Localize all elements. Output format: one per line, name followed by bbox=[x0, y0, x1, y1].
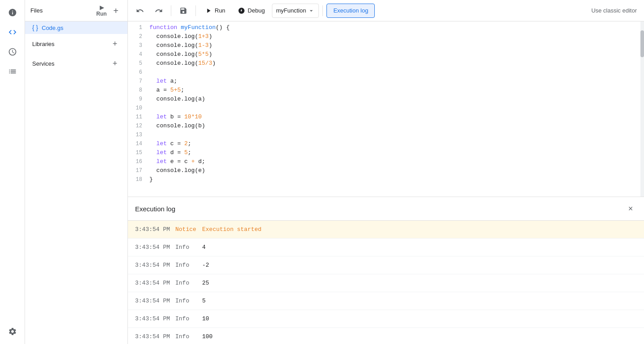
exec-log-row: 3:43:54 PMInfo5 bbox=[128, 292, 644, 310]
toolbar: Run Debug myFunction Execution log Use c… bbox=[128, 0, 644, 21]
line-number: 4 bbox=[128, 50, 149, 59]
exec-log-header: Execution log × bbox=[128, 197, 644, 221]
libraries-section[interactable]: Libraries + bbox=[25, 34, 127, 54]
function-selector[interactable]: myFunction bbox=[272, 4, 319, 18]
line-content: console.log(15/3) bbox=[149, 59, 644, 68]
code-editor[interactable]: 1function myFunction() {2 console.log(1+… bbox=[128, 21, 644, 197]
line-number: 15 bbox=[128, 148, 149, 157]
code-line: 16 let e = c + d; bbox=[128, 157, 644, 166]
line-number: 14 bbox=[128, 139, 149, 148]
exec-log-timestamp: 3:43:54 PM bbox=[135, 298, 175, 304]
exec-log-message: Execution started bbox=[202, 226, 637, 233]
exec-log-level: Info bbox=[175, 262, 202, 268]
line-content: console.log(1-3) bbox=[149, 41, 644, 50]
toolbar-divider-3 bbox=[322, 5, 323, 16]
line-content: let c = 2; bbox=[149, 139, 644, 148]
code-line: 12 console.log(b) bbox=[128, 122, 644, 130]
classic-editor-link[interactable]: Use classic editor bbox=[588, 7, 640, 14]
code-line: 4 console.log(5*5) bbox=[128, 50, 644, 59]
line-content: function myFunction() { bbox=[149, 23, 644, 32]
line-number: 7 bbox=[128, 77, 149, 86]
exec-log-close-btn[interactable]: × bbox=[624, 202, 637, 215]
settings-icon bbox=[8, 327, 17, 336]
execution-log-label: Execution log bbox=[333, 7, 368, 14]
exec-log-timestamp: 3:43:54 PM bbox=[135, 280, 175, 286]
line-number: 13 bbox=[128, 130, 149, 139]
clock-icon-btn[interactable] bbox=[4, 43, 21, 61]
line-content: let a; bbox=[149, 77, 644, 86]
exec-log-timestamp: 3:43:54 PM bbox=[135, 315, 175, 322]
code-line: 5 console.log(15/3) bbox=[128, 59, 644, 68]
settings-icon-btn[interactable] bbox=[4, 323, 21, 340]
save-icon bbox=[179, 7, 187, 15]
execution-log-btn[interactable]: Execution log bbox=[326, 4, 375, 18]
add-service-btn[interactable]: + bbox=[110, 58, 120, 69]
line-content: } bbox=[149, 175, 644, 184]
services-label: Services bbox=[32, 60, 55, 67]
file-icon: { } bbox=[32, 24, 38, 31]
add-library-icon: + bbox=[113, 39, 118, 49]
sort-icon: ▶ Run bbox=[95, 4, 108, 17]
line-number: 12 bbox=[128, 122, 149, 130]
files-label: Files bbox=[30, 7, 42, 14]
main-area: Run Debug myFunction Execution log Use c… bbox=[128, 0, 644, 344]
toolbar-divider-2 bbox=[195, 5, 196, 16]
code-line: 11 let b = 10*10 bbox=[128, 113, 644, 122]
exec-log-title: Execution log bbox=[135, 205, 175, 213]
exec-log-timestamp: 3:43:54 PM bbox=[135, 262, 175, 268]
add-file-btn[interactable]: + bbox=[110, 4, 122, 17]
exec-log-message: 10 bbox=[202, 315, 637, 322]
debug-btn[interactable]: Debug bbox=[233, 4, 270, 18]
active-file-item[interactable]: { } Code.gs bbox=[25, 21, 127, 34]
undo-icon bbox=[136, 7, 144, 15]
undo-btn[interactable] bbox=[131, 4, 148, 18]
line-number: 17 bbox=[128, 166, 149, 175]
add-file-icon: + bbox=[113, 6, 119, 15]
line-content: console.log(b) bbox=[149, 122, 644, 130]
info-icon bbox=[8, 8, 17, 17]
line-number: 18 bbox=[128, 175, 149, 184]
function-name: myFunction bbox=[276, 7, 306, 14]
exec-log-level: Notice bbox=[175, 226, 202, 233]
code-line: 17 console.log(e) bbox=[128, 166, 644, 175]
files-actions: ▶ Run + bbox=[95, 4, 122, 17]
services-section[interactable]: Services + bbox=[25, 54, 127, 73]
execution-log-panel: Execution log × 3:43:54 PMNoticeExecutio… bbox=[128, 197, 644, 344]
redo-btn[interactable] bbox=[150, 4, 167, 18]
code-line: 14 let c = 2; bbox=[128, 139, 644, 148]
line-number: 5 bbox=[128, 59, 149, 68]
trigger-icon-btn[interactable] bbox=[4, 63, 21, 80]
editor-scrollbar-thumb[interactable] bbox=[640, 30, 644, 57]
exec-log-message: 100 bbox=[202, 333, 637, 340]
close-icon: × bbox=[628, 204, 633, 214]
icon-rail bbox=[0, 0, 25, 344]
exec-log-row: 3:43:54 PMInfo-2 bbox=[128, 256, 644, 274]
sort-files-btn[interactable]: ▶ Run bbox=[95, 4, 108, 17]
code-line: 10 bbox=[128, 104, 644, 113]
editor-exec-container: 1function myFunction() {2 console.log(1+… bbox=[128, 21, 644, 344]
info-icon-btn[interactable] bbox=[4, 4, 21, 21]
code-line: 2 console.log(1+3) bbox=[128, 32, 644, 41]
exec-log-row: 3:43:54 PMInfo25 bbox=[128, 274, 644, 292]
line-number: 1 bbox=[128, 23, 149, 32]
exec-log-row: 3:43:54 PMInfo10 bbox=[128, 310, 644, 328]
debug-label: Debug bbox=[248, 7, 265, 14]
exec-log-message: 5 bbox=[202, 298, 637, 304]
editor-scrollbar[interactable] bbox=[640, 21, 644, 197]
debug-icon bbox=[238, 7, 245, 14]
line-content: a = 5+5; bbox=[149, 86, 644, 95]
line-number: 10 bbox=[128, 104, 149, 113]
line-number: 2 bbox=[128, 32, 149, 41]
exec-log-level: Info bbox=[175, 298, 202, 304]
exec-log-row: 3:43:54 PMInfo100 bbox=[128, 328, 644, 344]
code-line: 7 let a; bbox=[128, 77, 644, 86]
exec-log-level: Info bbox=[175, 315, 202, 322]
code-line: 9 console.log(a) bbox=[128, 95, 644, 104]
line-number: 8 bbox=[128, 86, 149, 95]
line-content: console.log(5*5) bbox=[149, 50, 644, 59]
code-icon-btn[interactable] bbox=[4, 23, 21, 41]
save-btn[interactable] bbox=[175, 4, 192, 18]
code-icon bbox=[8, 28, 17, 37]
run-btn[interactable]: Run bbox=[199, 4, 231, 18]
add-library-btn[interactable]: + bbox=[110, 38, 120, 49]
